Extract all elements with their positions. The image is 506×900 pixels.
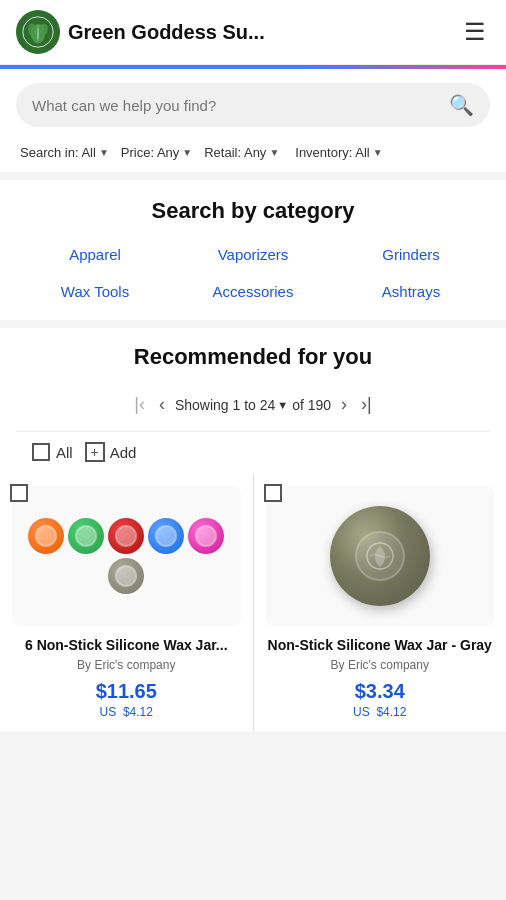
select-row: All + Add	[16, 432, 490, 474]
product-name-1: 6 Non-Stick Silicone Wax Jar...	[25, 636, 228, 654]
category-grid: Apparel Vaporizers Grinders Wax Tools Ac…	[16, 242, 490, 304]
chevron-down-icon: ▼	[277, 399, 288, 411]
first-page-button[interactable]: |‹	[130, 392, 149, 417]
logo-icon	[16, 10, 60, 54]
page-dropdown[interactable]: Showing 1 to 24 ▼	[175, 397, 288, 413]
total-text: of 190	[292, 397, 331, 413]
product-image-2	[266, 486, 495, 626]
category-wax-tools[interactable]: Wax Tools	[16, 279, 174, 304]
retail-price-2: $4.12	[376, 705, 406, 719]
add-button[interactable]: + Add	[85, 442, 137, 462]
chevron-down-icon: ▼	[269, 147, 279, 158]
jar-blue	[148, 518, 184, 554]
header-title: Green Goddess Su...	[68, 21, 265, 44]
gray-jar-image	[266, 486, 495, 626]
retail-label: Retail: Any	[204, 145, 266, 160]
product-price-2: $3.34	[355, 680, 405, 703]
retail-filter[interactable]: Retail: Any ▼	[200, 143, 283, 162]
price-label: Price: Any	[121, 145, 180, 160]
pagination-row: |‹ ‹ Showing 1 to 24 ▼ of 190 › ›|	[16, 384, 490, 432]
logo-area: Green Goddess Su...	[16, 10, 265, 54]
product-image-1	[12, 486, 241, 626]
app-header: Green Goddess Su... ☰	[0, 0, 506, 65]
jar-pink	[188, 518, 224, 554]
product-name-2: Non-Stick Silicone Wax Jar - Gray	[268, 636, 492, 654]
search-section: 🔍	[0, 69, 506, 137]
menu-button[interactable]: ☰	[460, 14, 490, 50]
product-checkbox-1[interactable]	[10, 484, 28, 502]
filter-row: Search in: All ▼ Price: Any ▼ Retail: An…	[0, 137, 506, 172]
showing-text: Showing 1 to 24	[175, 397, 275, 413]
add-icon: +	[85, 442, 105, 462]
product-retail-2: US $4.12	[353, 705, 406, 719]
product-checkbox-2[interactable]	[264, 484, 282, 502]
chevron-down-icon: ▼	[182, 147, 192, 158]
category-apparel[interactable]: Apparel	[16, 242, 174, 267]
chevron-down-icon: ▼	[373, 147, 383, 158]
inventory-label: Inventory: All	[295, 145, 369, 160]
add-label: Add	[110, 444, 137, 461]
product-card-2: Non-Stick Silicone Wax Jar - Gray By Eri…	[254, 474, 507, 731]
wax-jars-image	[12, 510, 241, 602]
product-grid: 6 Non-Stick Silicone Wax Jar... By Eric'…	[0, 474, 506, 731]
page-info: Showing 1 to 24 ▼ of 190	[175, 397, 331, 413]
category-ashtrays[interactable]: Ashtrays	[332, 279, 490, 304]
product-company-2: By Eric's company	[331, 658, 429, 672]
category-vaporizers[interactable]: Vaporizers	[174, 242, 332, 267]
category-section: Search by category Apparel Vaporizers Gr…	[0, 180, 506, 320]
category-title: Search by category	[16, 198, 490, 224]
jar-gray	[108, 558, 144, 594]
recommended-title: Recommended for you	[16, 344, 490, 370]
category-grinders[interactable]: Grinders	[332, 242, 490, 267]
search-bar: 🔍	[16, 83, 490, 127]
select-all-checkbox[interactable]: All	[32, 443, 73, 461]
jar-red	[108, 518, 144, 554]
category-accessories[interactable]: Accessories	[174, 279, 332, 304]
recommended-section: Recommended for you |‹ ‹ Showing 1 to 24…	[0, 328, 506, 474]
jar-orange	[28, 518, 64, 554]
product-price-1: $11.65	[96, 680, 157, 703]
product-retail-1: US $4.12	[100, 705, 153, 719]
search-icon[interactable]: 🔍	[449, 93, 474, 117]
chevron-down-icon: ▼	[99, 147, 109, 158]
search-in-label: Search in: All	[20, 145, 96, 160]
retail-price-1: $4.12	[123, 705, 153, 719]
last-page-button[interactable]: ›|	[357, 392, 376, 417]
retail-label-1: US	[100, 705, 117, 719]
inventory-filter[interactable]: Inventory: All ▼	[291, 143, 386, 162]
gray-jar	[330, 506, 430, 606]
all-label: All	[56, 444, 73, 461]
search-in-filter[interactable]: Search in: All ▼	[16, 143, 113, 162]
product-card-1: 6 Non-Stick Silicone Wax Jar... By Eric'…	[0, 474, 253, 731]
search-input[interactable]	[32, 97, 441, 114]
jar-green	[68, 518, 104, 554]
next-page-button[interactable]: ›	[337, 392, 351, 417]
checkbox-square	[32, 443, 50, 461]
price-filter[interactable]: Price: Any ▼	[117, 143, 196, 162]
retail-label-2: US	[353, 705, 370, 719]
product-company-1: By Eric's company	[77, 658, 175, 672]
prev-page-button[interactable]: ‹	[155, 392, 169, 417]
jar-logo	[355, 531, 405, 581]
